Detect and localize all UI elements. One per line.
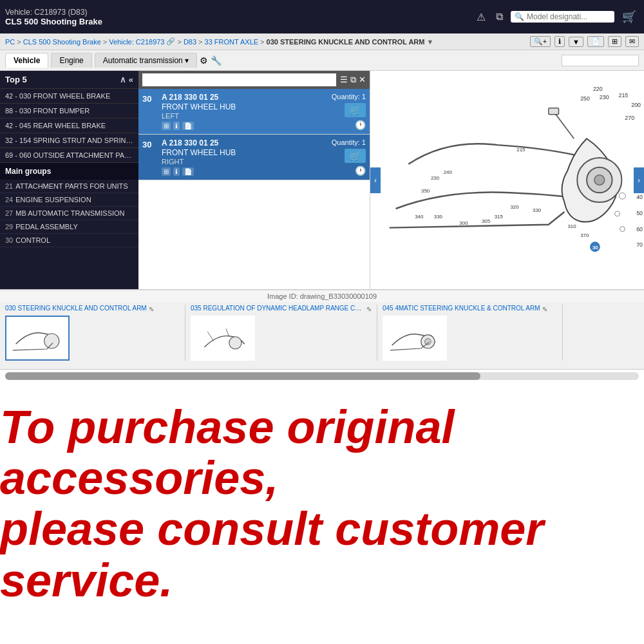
zoom-in-button[interactable]: 🔍+ bbox=[530, 36, 551, 47]
tab-engine[interactable]: Engine bbox=[51, 53, 91, 68]
model-search-input[interactable] bbox=[527, 12, 611, 21]
export-button[interactable]: 📄 bbox=[587, 36, 604, 47]
warning-icon-btn[interactable]: ⚠ bbox=[474, 10, 488, 24]
thumb-label-0[interactable]: 030 STEERING KNUCKLE AND CONTROL ARM bbox=[5, 305, 147, 312]
breadcrumb-vehicle[interactable]: Vehicle: C218973 bbox=[109, 38, 164, 46]
sidebar-header-icons: ∧ « bbox=[120, 75, 133, 84]
part-grid-icon-0[interactable]: ⊞ bbox=[162, 122, 171, 130]
thumbnail-strip: 030 STEERING KNUCKLE AND CONTROL ARM ✎ 0… bbox=[0, 302, 644, 370]
tab-vehicle[interactable]: Vehicle bbox=[5, 53, 48, 68]
part-qty-label-1: Quantity: 1 bbox=[332, 138, 366, 146]
part-num-0: 30 bbox=[142, 93, 158, 130]
svg-point-39 bbox=[424, 339, 431, 345]
thumb-image-1[interactable] bbox=[191, 316, 255, 361]
thumb-label-2[interactable]: 045 4MATIC STEERING KNUCKLE & CONTROL AR… bbox=[383, 305, 540, 312]
promo-line-2: please consult customer service. bbox=[0, 504, 634, 605]
sidebar-main-item-29[interactable]: 29PEDAL ASSEMBLY bbox=[0, 220, 138, 234]
part-clock-0[interactable]: 🕐 bbox=[355, 120, 366, 130]
top-header: Vehicle: C218973 (D83) CLS 500 Shooting … bbox=[0, 0, 644, 33]
part-clock-1[interactable]: 🕐 bbox=[355, 166, 366, 176]
breadcrumb-d83[interactable]: D83 bbox=[184, 38, 196, 46]
part-cart-btn-0[interactable]: 🛒 bbox=[345, 103, 366, 117]
parts-copy-icon[interactable]: ⧉ bbox=[350, 75, 356, 85]
email-button[interactable]: ✉ bbox=[625, 36, 639, 47]
part-row-1: 30 A 218 330 01 25 FRONT WHEEL HUB RIGHT… bbox=[138, 135, 370, 180]
main-area: Top 5 ∧ « 42 - 030 FRONT WHEEL BRAKE 88 … bbox=[0, 71, 644, 290]
sidebar-main-item-30[interactable]: 30CONTROL bbox=[0, 234, 138, 247]
part-info-icon-1[interactable]: ℹ bbox=[173, 167, 180, 176]
tab-search-input[interactable] bbox=[562, 55, 639, 66]
part-details-1: A 218 330 01 25 FRONT WHEEL HUB RIGHT ⊞ … bbox=[162, 138, 328, 176]
sidebar-item-2[interactable]: 42 - 045 REAR WHEEL BRAKE bbox=[0, 118, 138, 133]
parts-list-icon[interactable]: ☰ bbox=[340, 75, 348, 85]
svg-text:305: 305 bbox=[482, 218, 491, 224]
promo-section: To purchase original accessories, please… bbox=[0, 383, 644, 606]
thumb-image-2[interactable] bbox=[383, 316, 447, 361]
filter-button[interactable]: ▼ bbox=[569, 37, 583, 47]
svg-text:370: 370 bbox=[580, 232, 589, 238]
tab-extra-icon2[interactable]: 🔧 bbox=[211, 55, 222, 66]
sidebar-item-1[interactable]: 88 - 030 FRONT BUMPER bbox=[0, 104, 138, 118]
svg-text:215: 215 bbox=[516, 147, 526, 153]
info-button[interactable]: ℹ bbox=[554, 36, 565, 47]
vehicle-link-icon[interactable]: 🔗 bbox=[166, 37, 175, 46]
sidebar: Top 5 ∧ « 42 - 030 FRONT WHEEL BRAKE 88 … bbox=[0, 71, 138, 289]
svg-text:50: 50 bbox=[636, 210, 643, 216]
svg-text:250: 250 bbox=[580, 95, 590, 102]
part-cart-btn-1[interactable]: 🛒 bbox=[345, 149, 366, 163]
thumb-edit-icon-2[interactable]: ✎ bbox=[542, 306, 547, 313]
parts-close-icon[interactable]: ✕ bbox=[359, 75, 366, 85]
part-doc-icon-1[interactable]: 📄 bbox=[182, 167, 194, 176]
tab-bar: Vehicle Engine Automatic transmission ▾ … bbox=[0, 50, 644, 71]
thumb-image-0[interactable] bbox=[5, 316, 70, 361]
svg-text:350: 350 bbox=[421, 188, 430, 194]
breadcrumb-dropdown-icon[interactable]: ▼ bbox=[426, 38, 433, 46]
vehicle-info: Vehicle: C218973 (D83) CLS 500 Shooting … bbox=[5, 8, 102, 26]
part-doc-icon-0[interactable]: 📄 bbox=[182, 122, 194, 130]
part-icons-0: ⊞ ℹ 📄 bbox=[162, 122, 328, 130]
part-grid-icon-1[interactable]: ⊞ bbox=[162, 167, 171, 176]
sidebar-main-item-24[interactable]: 24ENGINE SUSPENSION bbox=[0, 193, 138, 207]
breadcrumb-pc[interactable]: PC bbox=[5, 38, 15, 46]
sidebar-item-4[interactable]: 69 - 060 OUTSIDE ATTACHMENT PARTS bbox=[0, 148, 138, 163]
svg-point-35 bbox=[229, 337, 242, 349]
diagram-scroll-left[interactable]: ‹ bbox=[370, 167, 381, 193]
cart-button[interactable]: 🛒 bbox=[620, 8, 639, 25]
part-info-icon-0[interactable]: ℹ bbox=[173, 122, 180, 130]
sidebar-main-item-21[interactable]: 21ATTACHMENT PARTS FOR UNITS bbox=[0, 180, 138, 193]
svg-text:340: 340 bbox=[415, 214, 424, 220]
sidebar-item-3[interactable]: 32 - 154 SPRING STRUT AND SPRING ... bbox=[0, 133, 138, 148]
svg-text:230: 230 bbox=[600, 94, 609, 100]
copy-icon-btn[interactable]: ⧉ bbox=[493, 10, 506, 24]
grid-button[interactable]: ⊞ bbox=[608, 36, 621, 47]
breadcrumb-current: 030 STEERING KNUCKLE AND CONTROL ARM bbox=[267, 38, 425, 46]
expand-icon[interactable]: « bbox=[129, 75, 133, 84]
thumbnail-scrollbar[interactable] bbox=[5, 372, 639, 380]
sidebar-main-item-27[interactable]: 27MB AUTOMATIC TRANSMISSION bbox=[0, 207, 138, 220]
breadcrumb-cls500[interactable]: CLS 500 Shooting Brake bbox=[23, 38, 101, 46]
image-id-text: Image ID: drawing_B33030000109 bbox=[267, 292, 377, 300]
sidebar-item-0[interactable]: 42 - 030 FRONT WHEEL BRAKE bbox=[0, 89, 138, 104]
tab-automatic-transmission[interactable]: Automatic transmission ▾ bbox=[95, 53, 197, 68]
svg-text:230: 230 bbox=[431, 176, 440, 182]
svg-text:70: 70 bbox=[636, 242, 643, 248]
parts-search-input[interactable] bbox=[142, 73, 336, 86]
diagram-scroll-right[interactable]: › bbox=[634, 167, 644, 193]
main-groups-header: Main groups bbox=[0, 163, 138, 180]
collapse-icon[interactable]: ∧ bbox=[120, 75, 126, 84]
thumb-label-1[interactable]: 035 REGULATION OF DYNAMIC HEADLAMP RANGE… bbox=[191, 305, 365, 312]
svg-point-9 bbox=[594, 175, 605, 185]
top5-label: Top 5 bbox=[5, 75, 27, 84]
breadcrumb-frontaxle[interactable]: 33 FRONT AXLE bbox=[205, 38, 259, 46]
svg-text:310: 310 bbox=[567, 223, 576, 229]
svg-text:215: 215 bbox=[618, 92, 628, 99]
thumb-edit-icon-0[interactable]: ✎ bbox=[149, 306, 154, 313]
parts-area: ☰ ⧉ ✕ 30 A 218 330 01 25 FRONT WHEEL HUB… bbox=[138, 71, 370, 289]
vehicle-subtitle: CLS 500 Shooting Brake bbox=[5, 17, 102, 26]
svg-text:40: 40 bbox=[636, 194, 643, 200]
promo-line-1: To purchase original accessories, bbox=[0, 402, 634, 504]
part-num-1: 30 bbox=[142, 138, 158, 176]
thumb-edit-icon-1[interactable]: ✎ bbox=[366, 306, 372, 313]
tab-extra-icon1[interactable]: ⚙ bbox=[200, 55, 208, 66]
svg-text:30: 30 bbox=[592, 245, 598, 251]
